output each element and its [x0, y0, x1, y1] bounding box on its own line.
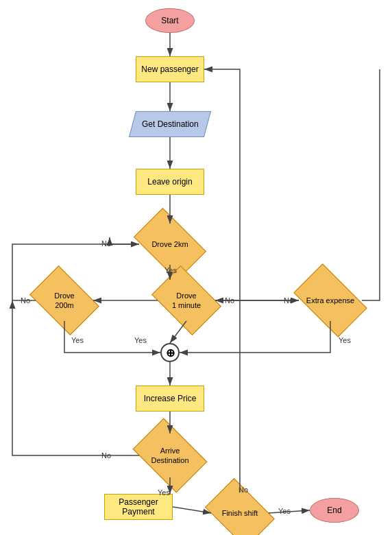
label-no-1min: No [225, 296, 234, 305]
label-no-2km: No [101, 239, 111, 248]
label-no-finish: No [238, 486, 248, 494]
drove-1min-label: Drove1 minute [172, 291, 201, 311]
merge-circle: ⊕ [160, 343, 180, 362]
label-yes-1min: Yes [134, 336, 147, 344]
label-no-extra: No [284, 296, 293, 305]
passenger-payment-node: Passenger Payment [104, 494, 173, 520]
get-destination-node: Get Destination [129, 111, 211, 137]
label-yes-2km: Yes [164, 266, 177, 274]
label-yes-arrive: Yes [158, 488, 170, 497]
new-passenger-label: New passenger [141, 64, 198, 74]
arrive-destination-node: ArriveDestination [139, 433, 201, 477]
extra-expense-node: Extra expense [299, 280, 362, 321]
arrive-destination-label: ArriveDestination [151, 446, 188, 466]
drove-2km-label: Drove 2km [151, 239, 188, 249]
finish-shift-label: Finish shift [222, 508, 258, 518]
start-label: Start [161, 16, 178, 25]
finish-shift-node: Finish shift [211, 492, 269, 534]
label-yes-200m: Yes [71, 336, 84, 344]
get-destination-label: Get Destination [142, 119, 199, 129]
label-yes-finish: Yes [278, 507, 291, 515]
label-yes-extra: Yes [339, 336, 351, 344]
passenger-payment-label: Passenger Payment [105, 497, 172, 516]
drove-1min-node: Drove1 minute [158, 280, 215, 321]
end-node: End [310, 498, 359, 523]
new-passenger-node: New passenger [136, 56, 204, 82]
leave-origin-node: Leave origin [136, 169, 204, 195]
increase-price-node: Increase Price [136, 385, 204, 412]
drove-200m-node: Drove200m [36, 280, 93, 321]
drove-2km-node: Drove 2km [139, 224, 201, 265]
flowchart: Start New passenger Get Destination Leav… [0, 0, 392, 535]
label-no-arrive: No [101, 451, 111, 460]
extra-expense-label: Extra expense [306, 296, 354, 305]
leave-origin-label: Leave origin [147, 177, 192, 187]
drove-200m-label: Drove200m [54, 291, 74, 311]
end-label: End [327, 506, 341, 515]
label-no-200m: No [21, 296, 30, 305]
start-node: Start [145, 8, 195, 33]
increase-price-label: Increase Price [144, 394, 197, 403]
